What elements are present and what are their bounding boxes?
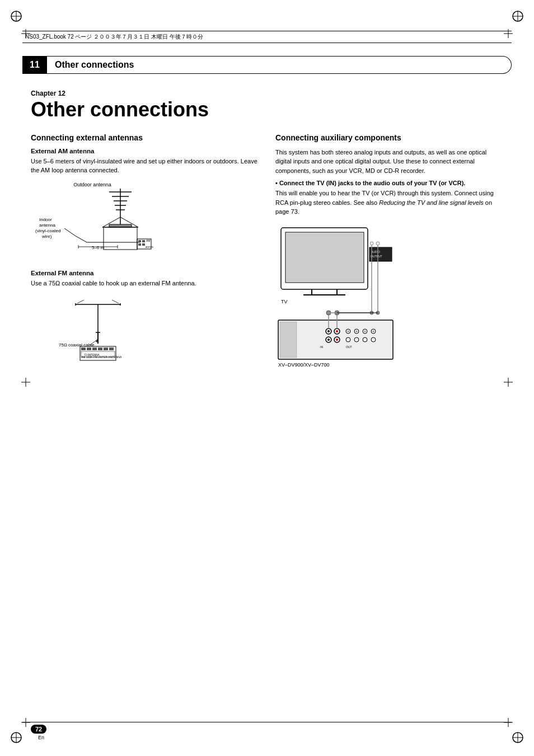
crosshair-bot-left <box>21 718 30 727</box>
svg-text:AM: AM <box>146 239 151 242</box>
crosshair-mid-left <box>21 378 30 387</box>
svg-point-91 <box>327 339 330 341</box>
chapter-title: Other connections <box>55 60 134 70</box>
svg-point-99 <box>364 330 366 332</box>
svg-rect-64 <box>98 348 102 350</box>
chapter-number: 11 <box>30 60 40 70</box>
svg-point-93 <box>336 339 338 341</box>
corner-reg-bl <box>10 731 22 746</box>
right-body2: This will enable you to hear the TV (or … <box>275 189 503 217</box>
svg-point-97 <box>356 330 358 332</box>
svg-rect-85 <box>280 322 297 358</box>
svg-point-101 <box>373 330 374 332</box>
svg-text:TV: TV <box>281 299 288 304</box>
left-section-heading: Connecting external antennas <box>31 133 259 142</box>
right-section-heading: Connecting auxiliary components <box>275 133 503 142</box>
svg-text:Outdoor antenna: Outdoor antenna <box>73 182 111 187</box>
svg-rect-45 <box>142 240 145 242</box>
svg-point-80 <box>370 242 373 245</box>
svg-point-95 <box>348 330 349 332</box>
svg-line-55 <box>77 300 84 303</box>
svg-text:wire): wire) <box>41 234 52 239</box>
svg-text:AUDIO: AUDIO <box>371 250 380 253</box>
svg-rect-32 <box>104 227 137 250</box>
svg-text:ANTEN: ANTEN <box>146 246 153 248</box>
bullet-heading: • Connect the TV (IN) jacks to the audio… <box>275 180 503 186</box>
chapter-title-box: Other connections <box>47 56 512 74</box>
corner-reg-br <box>512 731 524 746</box>
svg-rect-43 <box>138 240 141 242</box>
svg-point-87 <box>327 330 330 332</box>
bottom-bar <box>22 722 512 722</box>
svg-text:antenna: antenna <box>39 223 55 228</box>
am-antenna-heading: External AM antenna <box>31 148 259 154</box>
fm-antenna-body: Use a 75Ω coaxial cable to hook up an ex… <box>31 279 259 288</box>
right-column: Connecting auxiliary components This sys… <box>275 133 503 398</box>
am-antenna-diagram: Outdoor antenna <box>31 181 259 264</box>
svg-rect-46 <box>142 243 145 246</box>
tv-audio-diagram: TV AUDIO OUTPUT <box>275 222 503 392</box>
svg-text:5–6 m: 5–6 m <box>92 245 105 250</box>
chapter-number-box: 11 <box>22 56 47 74</box>
svg-rect-31 <box>109 224 132 227</box>
content-area: Chapter 12 Other connections Connecting … <box>31 90 503 398</box>
header-file-info: NS03_ZFL.book 72 ページ ２００３年７月３１日 木曜日 午後７時… <box>25 33 203 41</box>
page-lang: En <box>38 735 44 740</box>
chapter12-title: Other connections <box>31 98 503 121</box>
page: NS03_ZFL.book 72 ページ ２００３年７月３１日 木曜日 午後７時… <box>0 0 534 756</box>
right-body1: This system has both stereo analog input… <box>275 148 503 176</box>
svg-text:XV–DV900/XV–DV700: XV–DV900/XV–DV700 <box>278 362 330 368</box>
svg-rect-63 <box>92 348 97 350</box>
svg-point-89 <box>336 330 338 332</box>
svg-text:72      ANTENNA: 72 ANTENNA <box>84 354 100 356</box>
svg-text:Indoor: Indoor <box>39 217 52 222</box>
svg-line-56 <box>112 300 119 303</box>
svg-point-81 <box>376 242 380 245</box>
svg-rect-61 <box>81 348 86 350</box>
two-column-layout: Connecting external antennas External AM… <box>31 133 503 398</box>
fm-antenna-heading: External FM antenna <box>31 270 259 276</box>
chapter12-label: Chapter 12 <box>31 90 503 97</box>
svg-text:OUTPUT: OUTPUT <box>371 255 382 258</box>
svg-text:(vinyl-coated: (vinyl-coated <box>35 228 60 233</box>
crosshair-mid-right <box>504 378 513 387</box>
am-antenna-body: Use 5–6 meters of vinyl-insulated wire a… <box>31 157 259 175</box>
svg-rect-44 <box>138 243 141 246</box>
crosshair-bot-right <box>504 718 513 727</box>
corner-reg-tl <box>10 10 22 25</box>
svg-rect-66 <box>109 348 114 350</box>
svg-rect-72 <box>287 233 363 281</box>
svg-text:OUT: OUT <box>346 345 352 349</box>
svg-text:IN: IN <box>320 345 323 349</box>
svg-rect-65 <box>104 348 108 350</box>
svg-rect-62 <box>87 348 91 350</box>
svg-text:75Ω coaxial cable: 75Ω coaxial cable <box>59 342 95 348</box>
header-bar: NS03_ZFL.book 72 ページ ２００３年７月３１日 木曜日 午後７時… <box>22 31 512 43</box>
left-column: Connecting external antennas External AM… <box>31 133 259 374</box>
corner-reg-tr <box>512 10 524 25</box>
page-number: 72 <box>31 725 46 734</box>
fm-antenna-diagram: 75Ω coaxial cable AM 100K FM ANTER ANTEN… <box>31 293 259 368</box>
chapter-band: 11 Other connections <box>22 56 512 74</box>
